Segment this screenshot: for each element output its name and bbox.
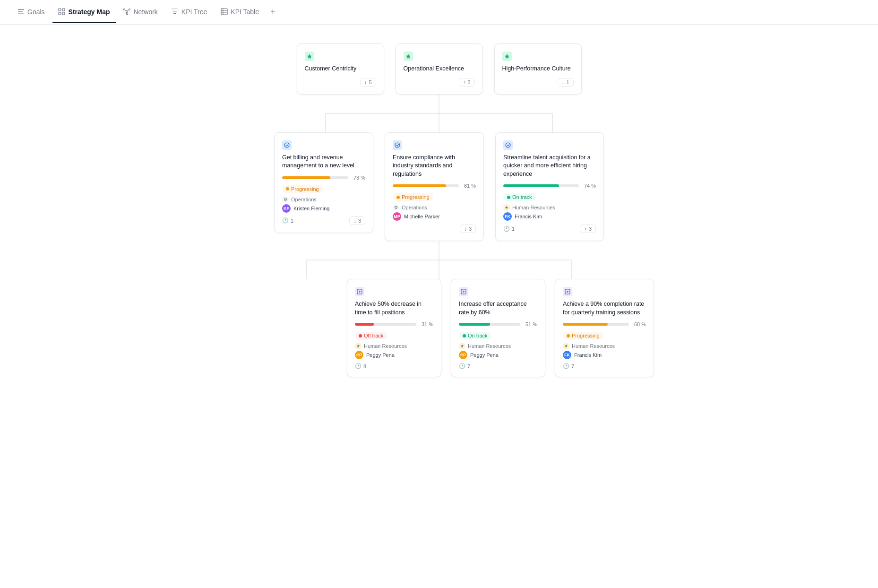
svg-rect-5 xyxy=(59,12,61,15)
clock-count: 🕐 7 xyxy=(459,363,470,369)
avatar-row: FK Francis Kim xyxy=(503,212,596,221)
avatar-row: FK Francis Kim xyxy=(563,351,646,359)
card-children-count[interactable]: ↓ 3 xyxy=(349,216,365,225)
status-dot xyxy=(463,334,466,337)
svg-point-26 xyxy=(284,143,289,147)
progress-bar-fill xyxy=(503,184,559,187)
progress-bar-fill xyxy=(459,323,490,326)
clock-icon: 🕐 xyxy=(459,363,465,369)
avatar: MP xyxy=(393,212,401,221)
dept-icon: ★ xyxy=(503,204,510,211)
card-icon-teal xyxy=(502,52,512,61)
card-title: Operational Excellence xyxy=(404,65,475,73)
svg-point-9 xyxy=(129,9,130,10)
card-title: Streamline talent acquisition for a quic… xyxy=(503,154,596,179)
tab-goals[interactable]: Goals xyxy=(11,1,51,23)
chevron-icon: ↑ xyxy=(584,226,587,232)
dept-icon: ★ xyxy=(563,343,569,349)
progress-bar-fill xyxy=(393,184,446,187)
dept-icon: ★ xyxy=(355,343,362,349)
card-footer: ↓ 1 xyxy=(502,78,574,86)
status-dot xyxy=(567,334,570,337)
card-operational-excellence[interactable]: Operational Excellence ↑ 3 xyxy=(396,43,483,95)
card-title: Customer Centricity xyxy=(305,65,376,73)
card-icon-blue xyxy=(282,140,292,150)
card-footer: 🕐 8 xyxy=(355,363,433,369)
progress-bar-fill xyxy=(355,323,374,326)
svg-rect-2 xyxy=(18,13,24,14)
clock-count: 🕐 8 xyxy=(355,363,366,369)
card-billing-revenue[interactable]: Get billing and revenue management to a … xyxy=(274,132,373,233)
level-1-row: Customer Centricity ↓ 5 Operational Exce… xyxy=(28,43,850,95)
card-offer-acceptance[interactable]: Increase offer acceptance rate by 60% 51… xyxy=(451,279,545,377)
dept-row: ★ Human Resources xyxy=(563,343,646,349)
tab-strategy-map[interactable]: Strategy Map xyxy=(52,1,116,23)
card-icon-purple xyxy=(563,287,572,296)
tab-kpi-tree[interactable]: KPI Tree xyxy=(165,1,213,23)
card-high-performance-culture[interactable]: High-Performance Culture ↓ 1 xyxy=(494,43,582,95)
progress-percent: 81 % xyxy=(463,183,476,189)
clock-icon: 🕐 xyxy=(503,226,510,232)
card-children-count[interactable]: ↑ 3 xyxy=(580,225,596,233)
dept-row: ★ Human Resources xyxy=(355,343,433,349)
card-title: High-Performance Culture xyxy=(502,65,574,73)
card-customer-centricity[interactable]: Customer Centricity ↓ 5 xyxy=(297,43,384,95)
card-title: Get billing and revenue management to a … xyxy=(282,154,365,170)
clock-count: 🕐 1 xyxy=(282,217,293,224)
progress-row: 73 % xyxy=(282,175,365,181)
progress-row: 74 % xyxy=(503,183,596,189)
card-footer: 🕐 1 ↑ 3 xyxy=(503,225,596,233)
avatar-row: MP Michelle Parker xyxy=(393,212,476,221)
card-children-count[interactable]: ↑ 3 xyxy=(459,78,475,86)
card-time-to-fill[interactable]: Achieve 50% decrease in time to fill pos… xyxy=(347,279,441,377)
card-icon-blue xyxy=(503,140,513,150)
avatar-row: KF Kristen Fleming xyxy=(282,204,365,213)
dept-icon: ⚙ xyxy=(282,196,289,203)
status-badge-ontrack: On track xyxy=(503,193,536,201)
svg-rect-6 xyxy=(62,12,65,15)
card-icon-purple xyxy=(459,287,468,296)
card-children-count[interactable]: ↓ 5 xyxy=(360,78,376,86)
card-footer: ↓ 3 xyxy=(393,225,476,233)
status-badge-progressing: Progressing xyxy=(563,332,603,339)
svg-rect-15 xyxy=(172,11,177,12)
card-footer: ↓ 5 xyxy=(305,78,376,86)
dept-row: ⚙ Operations xyxy=(282,196,365,203)
card-children-count[interactable]: ↓ 1 xyxy=(558,78,574,86)
avatar-row: PP Peggy Pena xyxy=(355,351,433,359)
chevron-icon: ↓ xyxy=(353,218,356,224)
clock-icon: 🕐 xyxy=(282,217,289,224)
level-3-row: Achieve 50% decrease in time to fill pos… xyxy=(151,279,850,377)
card-talent-acquisition[interactable]: Streamline talent acquisition for a quic… xyxy=(495,132,604,242)
svg-rect-1 xyxy=(18,11,23,12)
card-footer: 🕐 1 ↓ 3 xyxy=(282,216,365,225)
status-badge-progressing: Progressing xyxy=(282,185,323,193)
card-footer: 🕐 7 xyxy=(459,363,537,369)
progress-percent: 74 % xyxy=(583,183,596,189)
navigation: Goals Strategy Map Network KPI Tree KPI … xyxy=(0,0,878,25)
card-children-count[interactable]: ↓ 3 xyxy=(460,225,476,233)
svg-rect-14 xyxy=(172,9,178,9)
progress-row: 31 % xyxy=(355,321,433,327)
tab-network[interactable]: Network xyxy=(118,1,164,23)
card-title: Achieve 50% decrease in time to fill pos… xyxy=(355,300,433,317)
status-dot xyxy=(359,334,362,337)
progress-row: 68 % xyxy=(563,321,646,327)
svg-point-28 xyxy=(506,143,510,147)
card-title: Increase offer acceptance rate by 60% xyxy=(459,300,537,317)
status-badge-offtrack: Off track xyxy=(355,332,387,339)
progress-bar-bg xyxy=(459,323,520,326)
status-badge-ontrack: On track xyxy=(459,332,491,339)
progress-row: 81 % xyxy=(393,183,476,189)
card-training-completion[interactable]: Achieve a 90% completion rate for quarte… xyxy=(555,279,654,377)
add-tab-button[interactable]: + xyxy=(267,3,279,21)
clock-count: 🕐 1 xyxy=(503,226,515,232)
tab-kpi-table[interactable]: KPI Table xyxy=(215,1,265,23)
kpi-table-icon xyxy=(220,8,228,16)
level-2-row: Get billing and revenue management to a … xyxy=(28,132,850,242)
card-compliance[interactable]: Ensure compliance with industry standard… xyxy=(385,132,484,242)
connector-svg-l2-l3 xyxy=(226,241,652,279)
svg-line-12 xyxy=(128,10,129,11)
network-icon xyxy=(123,8,131,16)
connector-l1-l2 xyxy=(28,95,850,132)
